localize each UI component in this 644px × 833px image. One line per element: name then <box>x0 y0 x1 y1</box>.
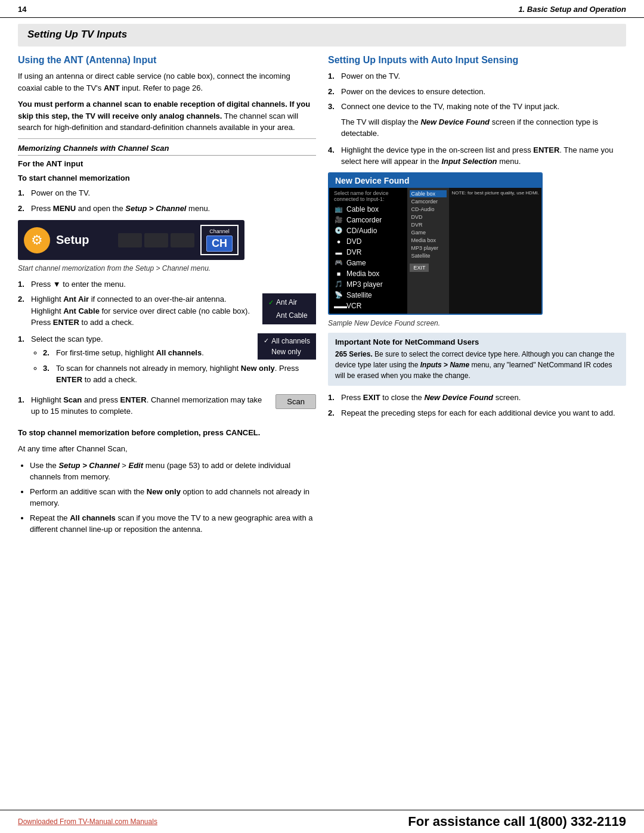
right-heading: Setting Up Inputs with Auto Input Sensin… <box>328 55 626 66</box>
game-label: Game <box>346 259 366 267</box>
footer-assistance: For assistance call 1(800) 332-2119 <box>408 814 626 829</box>
exit-button[interactable]: EXIT <box>410 264 429 272</box>
right-step-3: Connect one device to the TV, making not… <box>328 101 626 140</box>
device-list-label: Select name for device connected to Inpu… <box>334 190 402 202</box>
right-steps-2: Press EXIT to close the New Device Found… <box>328 392 626 419</box>
right-step-6: Repeat the preceding steps for each for … <box>328 407 626 419</box>
start-heading: To start channel memorization <box>18 172 316 184</box>
setup-image: ⚙ Setup Channel CH <box>18 220 244 260</box>
page-number: 14 <box>18 5 26 14</box>
right-step-5: Press EXIT to close the New Device Found… <box>328 392 626 404</box>
chapter-title: 1. Basic Setup and Operation <box>518 5 626 14</box>
mp3-icon: 🎵 <box>334 280 343 288</box>
device-select-satellite: Satellite <box>410 252 447 259</box>
right-step-2: Power on the devices to ensure detection… <box>328 86 626 98</box>
after-scan-item-2: Perform an additive scan with the New on… <box>30 486 316 509</box>
divider1 <box>18 138 316 139</box>
device-note: NOTE: for best picture quality, use HDMI… <box>451 190 539 196</box>
after-scan-item-1: Use the Setup > Channel > Edit menu (pag… <box>30 460 316 483</box>
device-game: 🎮 Game <box>334 258 402 268</box>
steps-list-2: Press ▼ to enter the menu. ✓ Ant Air ✓ A… <box>18 278 316 329</box>
step-1: Power on the TV. <box>18 187 316 199</box>
ant-input-heading: For the ANT input <box>18 158 316 170</box>
step4-content: ✓ Ant Air ✓ Ant Cable Highlight Ant Air … <box>31 293 316 329</box>
scan-bullet-2: To scan for channels not already in memo… <box>43 363 316 386</box>
vcr-label: VCR <box>346 302 361 310</box>
game-icon: 🎮 <box>334 259 343 267</box>
new-device-para: The TV will display the New Device Found… <box>341 116 626 140</box>
step4-text: Highlight Ant Air if connected to an ove… <box>31 295 250 327</box>
device-select-dvr: DVR <box>410 221 447 228</box>
device-select-dvd: DVD <box>410 213 447 221</box>
device-cd-audio: 💿 CD/Audio <box>334 225 402 236</box>
ant-air-check: ✓ <box>268 298 274 308</box>
satellite-icon: 📡 <box>334 291 343 299</box>
device-list-col: Select name for device connected to Inpu… <box>329 188 407 314</box>
device-cable-box: 📺 Cable box <box>334 204 402 215</box>
vcr-icon: ▬▬ <box>334 302 343 309</box>
right-step-1: Power on the TV. <box>328 70 626 82</box>
step-5: Select the scan type. For first-time set… <box>18 333 316 386</box>
camcorder-label: Camcorder <box>346 216 382 224</box>
important-note-body: 265 Series. Be sure to select the correc… <box>335 349 619 381</box>
important-note-box: Important Note for NetCommand Users 265 … <box>328 333 626 386</box>
dvd-icon: ● <box>334 238 343 245</box>
cable-box-label: Cable box <box>346 205 379 213</box>
device-select-media: Media box <box>410 237 447 244</box>
new-device-found-body: Select name for device connected to Inpu… <box>329 188 541 314</box>
important-note-title: Important Note for NetCommand Users <box>335 337 619 346</box>
device-found-caption: Sample New Device Found screen. <box>328 318 626 329</box>
left-column: Using the ANT (Antenna) Input If using a… <box>18 55 316 540</box>
ant-cable-check: ✓ <box>268 311 274 321</box>
bold-para: You must perform a channel scan to enabl… <box>18 98 316 134</box>
step-2: Press MENU and open the Setup > Channel … <box>18 203 316 215</box>
device-select-mp3: MP3 player <box>410 244 447 252</box>
step-4: ✓ Ant Air ✓ Ant Cable Highlight Ant Air … <box>18 293 316 329</box>
exit-btn-wrap: EXIT <box>410 262 447 272</box>
after-scan-list: Use the Setup > Channel > Edit menu (pag… <box>18 460 316 535</box>
right-steps-1: Power on the TV. Power on the devices to… <box>328 70 626 168</box>
device-satellite: 📡 Satellite <box>334 290 402 301</box>
right-step-4: Highlight the device type in the on-scre… <box>328 144 626 168</box>
ant-air-label: Ant Air <box>276 297 297 308</box>
left-heading: Using the ANT (Antenna) Input <box>18 55 316 66</box>
blurred-tabs <box>118 233 194 247</box>
new-device-found-header: New Device Found <box>329 174 541 188</box>
new-device-found-box: New Device Found Select name for device … <box>328 172 543 315</box>
cd-audio-icon: 💿 <box>334 227 343 234</box>
section-title-box: Setting Up TV Inputs <box>18 24 626 47</box>
scan-bullet-1: For first-time setup, highlight All chan… <box>43 347 316 359</box>
device-select-col: Cable box Camcorder CD-Audio DVD DVR Gam… <box>407 188 449 314</box>
steps-list-1: Power on the TV. Press MENU and open the… <box>18 187 316 214</box>
footer-link[interactable]: Downloaded From TV-Manual.com Manuals <box>18 817 157 826</box>
ch-label: CH <box>206 236 233 252</box>
dvr-label: DVR <box>346 248 361 256</box>
step5-list: Select the scan type. For first-time set… <box>18 333 316 386</box>
step-6: Highlight Scan and press ENTER. Channel … <box>18 394 316 417</box>
device-mp3-player: 🎵 MP3 player <box>334 279 402 290</box>
mp3-label: MP3 player <box>346 280 383 289</box>
device-media-box: ■ Media box <box>334 268 402 279</box>
ant-cable-label: Ant Cable <box>276 310 308 321</box>
media-box-label: Media box <box>346 270 379 278</box>
device-camcorder: 🎥 Camcorder <box>334 215 402 225</box>
setup-image-caption: Start channel memorization from the Setu… <box>18 264 316 274</box>
scan-type-bullets: For first-time setup, highlight All chan… <box>31 347 316 386</box>
device-select-cable: Cable box <box>410 190 447 197</box>
page-footer: Downloaded From TV-Manual.com Manuals Fo… <box>0 810 644 833</box>
page-header: 14 1. Basic Setup and Operation <box>0 0 644 18</box>
ant-box: ✓ Ant Air ✓ Ant Cable <box>262 293 316 324</box>
dvd-label: DVD <box>346 237 361 246</box>
device-note-col: NOTE: for best picture quality, use HDMI… <box>449 188 541 314</box>
intro-para: If using an antenna or direct cable serv… <box>18 70 316 94</box>
step6-wrapper: Scan Highlight Scan and press ENTER. Cha… <box>18 394 316 422</box>
setup-gear-icon: ⚙ <box>24 227 50 253</box>
after-scan-text: At any time after Channel Scan, <box>18 443 316 455</box>
two-col-layout: Using the ANT (Antenna) Input If using a… <box>18 47 626 540</box>
cable-box-icon: 📺 <box>334 205 343 213</box>
ant-cable-item: ✓ Ant Cable <box>268 309 310 322</box>
dvr-icon: ▬ <box>334 249 343 256</box>
ant-air-item: ✓ Ant Air <box>268 296 310 309</box>
setup-label: Setup <box>56 233 112 247</box>
step-3: Press ▼ to enter the menu. <box>18 278 316 290</box>
